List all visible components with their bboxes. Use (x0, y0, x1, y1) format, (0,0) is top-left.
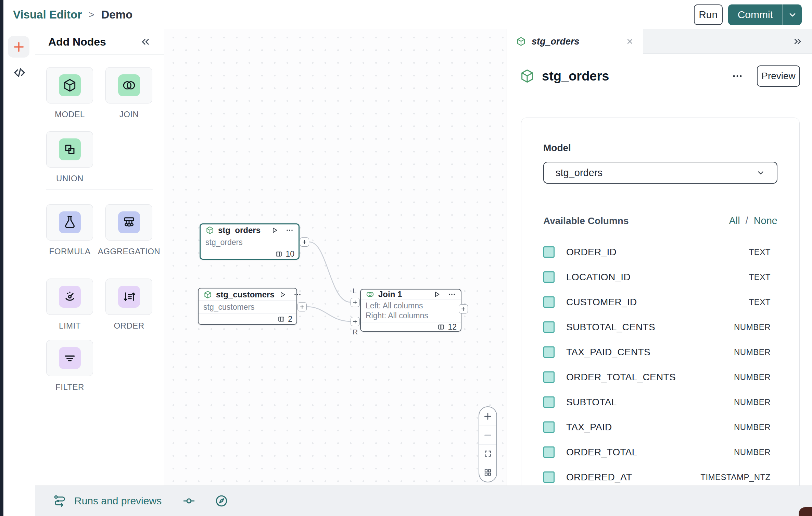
inspector-title: stg_orders (542, 69, 609, 84)
available-columns-header: Available Columns All / None (543, 215, 777, 226)
panel-divider (46, 189, 153, 189)
tab-title: stg_orders (532, 36, 580, 47)
graph-canvas[interactable]: stg_orders stg_orders 10 stg_ (164, 29, 507, 486)
node-type-filter[interactable]: FILTER (46, 340, 93, 392)
inspector-tab-bar: stg_orders (507, 29, 812, 54)
canvas-node-stg-customers[interactable]: stg_customers stg_customers 2 (198, 288, 297, 325)
column-checkbox[interactable] (543, 371, 555, 383)
node-title: Join 1 (378, 290, 402, 299)
chevron-down-icon (756, 168, 765, 177)
node-header: Join 1 (361, 290, 461, 299)
select-all-link[interactable]: All (729, 215, 740, 226)
code-view-button[interactable] (12, 65, 27, 80)
add-downstream-port-join[interactable] (459, 304, 468, 314)
column-name: TAX_PAID_CENTS (566, 347, 650, 358)
column-type: NUMBER (734, 347, 771, 357)
inspector-header: stg_orders Preview (507, 54, 812, 98)
panel-divider (46, 262, 153, 262)
preview-button[interactable]: Preview (757, 65, 800, 87)
commit-dropdown-button[interactable] (783, 4, 802, 25)
node-type-model[interactable]: MODEL (46, 67, 93, 119)
column-count: 12 (448, 322, 457, 332)
commit-graph-button[interactable] (182, 494, 196, 508)
run-node-button[interactable] (270, 226, 279, 234)
column-checkbox[interactable] (543, 296, 555, 308)
column-name: CUSTOMER_ID (566, 297, 637, 308)
run-node-button[interactable] (278, 291, 287, 299)
column-row: TAX_PAID NUMBER (543, 415, 777, 440)
formula-flask-icon (59, 211, 81, 233)
plus-icon (302, 239, 307, 245)
node-title: stg_orders (218, 225, 261, 235)
commit-button[interactable]: Commit (728, 4, 783, 25)
layout-grid-button[interactable] (479, 463, 496, 482)
model-select[interactable]: stg_orders (543, 162, 777, 184)
join-right-config: Right: All columns (366, 311, 456, 321)
node-menu-button[interactable] (448, 290, 456, 298)
plus-icon (300, 304, 305, 309)
column-checkbox[interactable] (543, 446, 555, 458)
git-commit-icon (182, 494, 196, 508)
node-type-order[interactable]: ORDER (105, 279, 152, 331)
play-icon (433, 290, 441, 298)
add-downstream-port-stg-orders[interactable] (300, 237, 309, 247)
collapse-panel-button[interactable] (139, 36, 151, 48)
node-type-formula[interactable]: FORMULA (46, 204, 93, 256)
tab-stg-orders[interactable]: stg_orders (507, 29, 643, 54)
breadcrumb-current-page: Demo (101, 8, 132, 21)
column-type: NUMBER (734, 372, 771, 382)
plus-icon (483, 411, 493, 421)
zoom-in-button[interactable] (479, 407, 496, 426)
column-checkbox[interactable] (543, 321, 555, 333)
column-row: SUBTOTAL_CENTS NUMBER (543, 315, 777, 340)
runs-and-previews-button[interactable]: Runs and previews (53, 494, 162, 508)
plus-icon (353, 319, 358, 324)
plus-icon (461, 306, 466, 311)
model-field-label: Model (543, 143, 777, 153)
column-type: TEXT (749, 247, 771, 257)
run-button[interactable]: Run (694, 4, 723, 25)
zoom-out-button[interactable] (479, 426, 496, 445)
node-type-union[interactable]: UNION (46, 131, 93, 183)
collapse-inspector-button[interactable] (792, 29, 803, 54)
aggregation-tree-icon (118, 211, 140, 233)
inspector-menu-button[interactable] (732, 70, 743, 82)
join-right-input-port[interactable] (351, 317, 360, 326)
model-select-value: stg_orders (556, 167, 602, 179)
plus-icon (353, 300, 358, 305)
node-type-join[interactable]: JOIN (105, 67, 152, 119)
column-checkbox[interactable] (543, 471, 555, 483)
breadcrumb-visual-editor-link[interactable]: Visual Editor (13, 8, 82, 21)
column-checkbox[interactable] (543, 346, 555, 358)
column-checkbox[interactable] (543, 271, 555, 283)
canvas-node-join-1[interactable]: Join 1 Left: All columns Right: All colu… (360, 289, 461, 332)
close-tab-button[interactable] (626, 37, 634, 46)
code-icon (12, 65, 27, 80)
limit-gauge-icon (59, 286, 81, 308)
join-left-input-port[interactable] (351, 298, 360, 307)
add-node-rail-button[interactable] (8, 36, 29, 58)
join-circles-icon (118, 74, 140, 96)
canvas-node-stg-orders[interactable]: stg_orders stg_orders 10 (200, 223, 300, 260)
model-cube-icon (516, 36, 526, 47)
columns-table-icon (437, 323, 445, 331)
column-type: NUMBER (734, 322, 771, 332)
select-none-link[interactable]: None (754, 215, 777, 226)
node-type-limit[interactable]: LIMIT (46, 279, 93, 331)
available-columns-list: ORDER_ID TEXT LOCATION_ID TEXT CUSTOMER_… (543, 239, 777, 490)
links-separator: / (746, 215, 748, 226)
chevrons-right-icon (792, 36, 803, 47)
node-menu-button[interactable] (286, 226, 294, 234)
node-menu-button[interactable] (293, 291, 302, 299)
column-count: 10 (286, 249, 294, 259)
column-row: TAX_PAID_CENTS NUMBER (543, 340, 777, 365)
column-type: NUMBER (734, 422, 771, 432)
column-checkbox[interactable] (543, 421, 555, 433)
add-downstream-port-stg-customers[interactable] (297, 302, 307, 311)
fit-view-button[interactable] (479, 445, 496, 464)
node-type-aggregation[interactable]: AGGREGATION (105, 204, 152, 256)
explore-button[interactable] (214, 494, 229, 508)
column-checkbox[interactable] (543, 246, 555, 258)
run-node-button[interactable] (433, 290, 441, 298)
column-checkbox[interactable] (543, 396, 555, 408)
